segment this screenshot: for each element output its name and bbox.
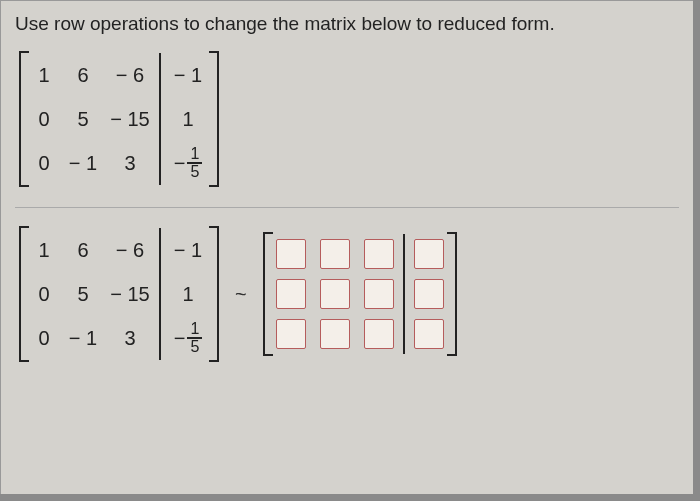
cell-r0c2: − 6: [103, 228, 157, 272]
answer-r2c2[interactable]: [364, 319, 394, 349]
cell-r1c2: − 15: [103, 272, 157, 316]
answer-r2c1[interactable]: [320, 319, 350, 349]
answer-r2c0[interactable]: [276, 319, 306, 349]
source-matrix: 1 0 0 6 5 − 1 − 6 − 15 3: [15, 220, 223, 368]
given-matrix: 1 0 0 6 5 − 1 − 6 − 15 3 − 1 1: [15, 45, 223, 193]
right-bracket: [213, 220, 223, 368]
cell-r2c2: 3: [103, 316, 157, 360]
answer-r1c3[interactable]: [414, 279, 444, 309]
answer-r0c0[interactable]: [276, 239, 306, 269]
answer-r0c1[interactable]: [320, 239, 350, 269]
cell-r2c3: −15: [163, 141, 213, 185]
cell-r0c1: 6: [63, 53, 103, 97]
cell-r1c1: 5: [63, 272, 103, 316]
row-equivalent-symbol: ~: [235, 283, 247, 306]
augment-bar: [159, 53, 161, 185]
answer-r0c2[interactable]: [364, 239, 394, 269]
answer-r0c3[interactable]: [414, 239, 444, 269]
cell-r1c0: 0: [25, 97, 63, 141]
cell-r2c0: 0: [25, 316, 63, 360]
cell-r0c2: − 6: [103, 53, 157, 97]
right-bracket: [213, 45, 223, 193]
left-bracket: [15, 220, 25, 368]
cell-r2c1: − 1: [63, 141, 103, 185]
cell-r1c0: 0: [25, 272, 63, 316]
cell-r1c2: − 15: [103, 97, 157, 141]
left-bracket: [259, 226, 269, 362]
question-prompt: Use row operations to change the matrix …: [1, 1, 693, 45]
augment-bar: [159, 228, 161, 360]
answer-r1c2[interactable]: [364, 279, 394, 309]
augment-bar: [403, 234, 405, 354]
right-bracket: [451, 226, 461, 362]
cell-r2c1: − 1: [63, 316, 103, 360]
cell-r0c1: 6: [63, 228, 103, 272]
cell-r0c0: 1: [25, 228, 63, 272]
answer-r1c1[interactable]: [320, 279, 350, 309]
cell-r1c3: 1: [163, 97, 213, 141]
cell-r1c1: 5: [63, 97, 103, 141]
cell-r0c0: 1: [25, 53, 63, 97]
cell-r1c3: 1: [163, 272, 213, 316]
divider: [15, 207, 679, 208]
cell-r2c0: 0: [25, 141, 63, 185]
answer-r2c3[interactable]: [414, 319, 444, 349]
cell-r0c3: − 1: [163, 228, 213, 272]
cell-r2c2: 3: [103, 141, 157, 185]
answer-matrix: [259, 226, 461, 362]
cell-r2c3: −15: [163, 316, 213, 360]
cell-r0c3: − 1: [163, 53, 213, 97]
left-bracket: [15, 45, 25, 193]
answer-r1c0[interactable]: [276, 279, 306, 309]
